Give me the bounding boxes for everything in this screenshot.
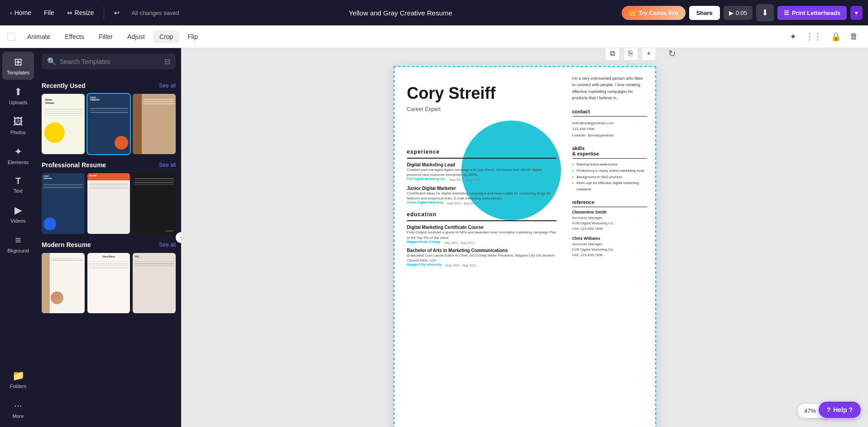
exp-date-0: Sept 2017 - Aug 2019 [449,178,480,181]
edu-date-0: May 2011 - Aug 2011 [444,241,475,244]
sidebar-item-folders[interactable]: 📁 Folders [2,365,34,393]
ref-0: Clementine Smith Accounts Manager, KVB D… [572,210,647,232]
pro-thumb-3[interactable]: CONTACT [133,173,176,233]
professional-see-all[interactable]: See all [159,162,176,168]
exp-item-0: Digital Marketing Lead Created and manag… [407,162,556,181]
flip-tab[interactable]: Flip [181,30,204,43]
edu-school-0: Niagara Media College [407,240,441,244]
saved-status: All changes saved [131,10,179,16]
professional-resume-title: Professional Resume [42,161,106,169]
ref-detail-1: Accounts Manager, KVB Digital Marketing … [572,242,647,258]
modern-see-all[interactable]: See all [159,242,176,248]
flip-label: Flip [187,33,198,40]
sidebar-item-more[interactable]: ··· More [2,395,34,423]
sidebar-item-photos[interactable]: 🖼 Photos [2,112,34,140]
education-line [407,220,556,221]
main-layout: ⊞ Templates ⬆ Uploads 🖼 Photos ✦ Element… [0,48,868,427]
select-checkbox[interactable] [7,33,15,41]
home-label: Home [14,9,31,16]
reference-section: reference Clementine Smith Accounts Mana… [572,199,647,258]
undo-button[interactable]: ↩ [110,6,124,19]
add-icon: + [647,49,651,57]
exp-date-1: Sept 2015 - Aug 2017 [447,202,478,205]
modern-thumb-2[interactable]: Olivia Wilson [87,253,130,313]
animate-tab[interactable]: Animate [21,30,57,43]
modern-thumb-1[interactable] [42,253,85,313]
duplicate-button[interactable]: ⧉ [605,48,620,61]
resume-name: Cory Streiff [407,84,556,102]
edu-row-1: Niagara City University Sept 2007 - May … [407,263,556,267]
crop-label: Crop [159,33,173,40]
uploads-icon: ⬆ [14,86,22,98]
recently-used-title: Recently Used [42,82,85,89]
more-label: More [12,413,24,419]
contact-line [572,116,647,116]
sidebar-item-videos[interactable]: ▶ Videos [2,200,34,228]
delete-icon-button[interactable]: 🗑 [847,29,861,44]
pro-thumb-1[interactable]: CHADGIBBONS [42,173,85,233]
modern-thumb-3[interactable]: AME... [133,253,176,313]
text-icon: T [15,176,21,186]
grid-icon-button[interactable]: ⋮⋮ [803,29,825,44]
recently-used-see-all[interactable]: See all [159,82,176,89]
print-dropdown-button[interactable]: ▾ [850,6,863,20]
resize-button[interactable]: ⇔ Resize [62,6,99,19]
share-button[interactable]: Share [689,6,720,20]
exp-title-1: Junior Digital Marketer [407,186,556,191]
try-canva-button[interactable]: 👑 Try Canva Pro [622,6,685,20]
edu-item-0: Digital Marketing Certificate Course Fin… [407,225,556,244]
crop-tab[interactable]: Crop [153,30,179,43]
templates-label: Templates [7,70,29,75]
play-time: 0:05 [736,10,747,16]
pro-thumb-2[interactable]: RESUME [87,173,130,233]
file-button[interactable]: File [39,6,59,19]
education-title: education [407,211,556,218]
exp-item-1: Junior Digital Marketer Contributed idea… [407,186,556,205]
reference-title: reference [572,199,647,205]
rotate-handle[interactable]: ↻ [668,48,676,59]
crown-icon: 👑 [629,10,636,16]
sidebar-item-text[interactable]: T Text [2,171,34,198]
templates-icon: ⊞ [14,56,22,68]
template-thumb-1[interactable]: RufusStewart [42,94,85,154]
more-icon: ··· [14,400,22,412]
sidebar-item-templates[interactable]: ⊞ Templates [2,52,34,80]
add-button[interactable]: + [642,48,656,61]
exp-desc-0: Created and managed digital campaigns fo… [407,167,556,177]
animate-label: Animate [27,33,50,40]
toolbar-right: ✦ ⋮⋮ 🔒 🗑 [787,29,861,44]
canvas-doc[interactable]: Cory Streiff Career Expert experience Di… [393,66,656,427]
template-thumb-2[interactable]: CHADGIBBONS [87,94,130,154]
ref-name-0: Clementine Smith [572,210,647,214]
doc-title: Yellow and Gray Creative Resume [349,9,452,17]
filter-tab[interactable]: Filter [92,30,119,43]
resume-right-column: I'm a very extroverted person who likes … [566,66,656,427]
download-button[interactable]: ⬇ [756,4,774,21]
name-block: Cory Streiff Career Expert [407,84,556,112]
reference-line [572,207,647,207]
print-button[interactable]: ☰ Print Letterheads [777,6,847,20]
copy-button[interactable]: ⎘ [623,48,638,61]
play-button[interactable]: ▶ 0:05 [724,6,753,20]
print-icon: ☰ [784,10,789,16]
adjust-tab[interactable]: Adjust [121,30,151,43]
sidebar-item-elements[interactable]: ✦ Elements [2,141,34,170]
lock-icon-button[interactable]: 🔒 [828,29,844,44]
filter-icon[interactable]: ⊟ [164,57,170,66]
canvas-area[interactable]: ⧉ ⎘ + ↻ [181,48,868,427]
search-icon: 🔍 [47,57,56,66]
modern-grid: Olivia Wilson AME... [42,253,176,313]
help-button[interactable]: ? Help ? [819,402,861,418]
magic-icon-button[interactable]: ✦ [787,29,799,44]
uploads-label: Uploads [9,100,27,105]
search-input[interactable] [60,58,161,65]
sidebar-item-uploads[interactable]: ⬆ Uploads [2,82,34,110]
share-label: Share [696,10,713,16]
effects-tab[interactable]: Effects [58,30,91,43]
exp-row-0: XYZ Digital Marketing Co. Sept 2017 - Au… [407,177,556,181]
chevron-down-icon: ▾ [855,10,858,16]
template-thumb-3[interactable] [133,94,176,154]
ref-name-1: Chris Williams [572,236,647,241]
sidebar-item-bkground[interactable]: ≡ Bkground [2,230,34,258]
home-button[interactable]: ‹ Home [5,6,36,19]
